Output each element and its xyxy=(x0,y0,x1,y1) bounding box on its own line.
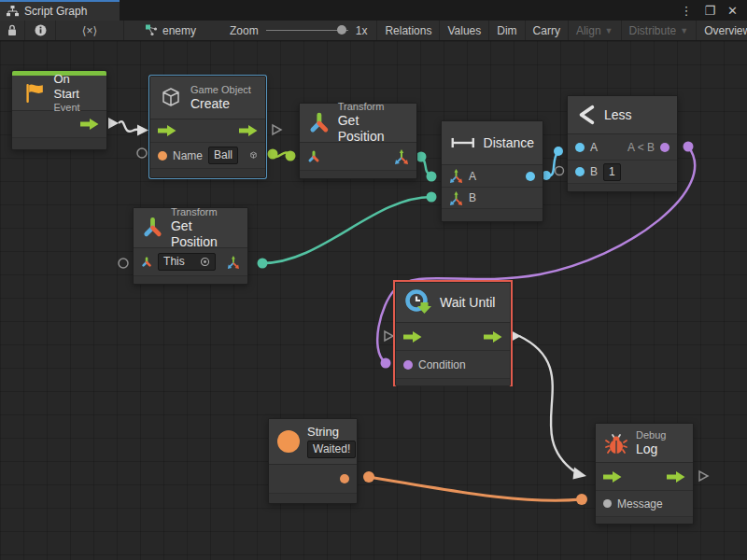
tab-script-graph[interactable]: Script Graph xyxy=(0,0,120,21)
game-object-output-icon[interactable] xyxy=(249,147,258,163)
node-footer xyxy=(150,169,265,177)
wire-endpoint xyxy=(576,494,587,505)
port-row xyxy=(396,323,510,351)
less-a-input-port[interactable] xyxy=(575,143,585,152)
object-picker-icon[interactable] xyxy=(200,257,210,267)
zoom-slider[interactable] xyxy=(266,30,348,31)
carry-button[interactable]: Carry xyxy=(526,21,569,40)
value-wire-getposition-distance-b[interactable] xyxy=(262,197,431,263)
graph-toolbar: ⟨×⟩ enemy Zoom 1x Relations Values Dim C… xyxy=(0,21,747,41)
values-button[interactable]: Values xyxy=(440,21,489,40)
transform-icon xyxy=(308,112,331,134)
graph-breadcrumb[interactable]: enemy xyxy=(134,21,207,40)
unconnected-flow-triangle[interactable] xyxy=(273,125,281,134)
vector-output-port[interactable] xyxy=(394,149,409,164)
node-distance[interactable]: Distance A B xyxy=(441,120,543,222)
relations-button[interactable]: Relations xyxy=(376,21,440,40)
flow-output-port[interactable] xyxy=(239,125,258,136)
port-row: B xyxy=(442,188,543,209)
name-value-field[interactable]: Ball xyxy=(208,147,238,164)
node-create-game-object[interactable]: Game Object Create Name Ball xyxy=(149,76,266,178)
unconnected-flow-triangle[interactable] xyxy=(385,331,393,341)
script-graph-icon xyxy=(7,6,19,17)
vector-input-port[interactable] xyxy=(449,169,463,183)
node-header: Wait Until xyxy=(396,283,510,323)
maximize-icon[interactable]: ❐ xyxy=(704,5,715,17)
flow-wire-wait-debug[interactable] xyxy=(519,336,574,471)
code-icon: ⟨×⟩ xyxy=(82,24,97,37)
result-label: A < B xyxy=(627,141,655,154)
node-category: Transform xyxy=(171,206,239,218)
transform-input-port[interactable] xyxy=(141,256,152,269)
node-footer xyxy=(300,171,416,178)
distance-output-port[interactable] xyxy=(526,172,535,181)
port-label: Message xyxy=(617,497,663,511)
node-wait-until[interactable]: Wait Until Condition xyxy=(395,282,511,386)
node-get-position-top[interactable]: Transform Get Position xyxy=(299,103,417,179)
close-icon[interactable]: ✕ xyxy=(727,5,738,17)
string-output-port[interactable] xyxy=(340,474,349,483)
node-get-position-bottom[interactable]: Transform Get Position This xyxy=(133,207,248,285)
node-title: Get Position xyxy=(338,113,408,145)
b-value-field[interactable]: 1 xyxy=(603,163,621,181)
flow-output-port[interactable] xyxy=(667,471,685,483)
node-on-start[interactable]: On Start Event xyxy=(11,70,107,150)
vector-input-port[interactable] xyxy=(449,191,463,205)
node-debug-log[interactable]: Debug Log Message xyxy=(595,423,694,525)
transform-input-port[interactable] xyxy=(307,150,320,163)
node-footer xyxy=(442,209,543,221)
overview-button[interactable]: Overview xyxy=(697,21,747,40)
node-footer xyxy=(568,184,677,191)
node-footer xyxy=(269,494,357,503)
dim-button[interactable]: Dim xyxy=(489,21,525,40)
more-menu-icon[interactable]: ⋮ xyxy=(680,5,692,17)
value-wire-string-debug[interactable] xyxy=(369,477,582,500)
port-row: Condition xyxy=(396,351,510,379)
value-inspector-button[interactable]: ⟨×⟩ xyxy=(56,21,124,40)
wire-endpoint xyxy=(416,152,427,162)
flow-output-port[interactable] xyxy=(484,331,502,343)
node-header: Game Object Create xyxy=(150,77,265,119)
string-value-field[interactable]: Waited! xyxy=(307,441,356,458)
flow-input-port[interactable] xyxy=(603,471,622,483)
unconnected-flow-triangle[interactable] xyxy=(699,471,708,481)
flow-output-port[interactable] xyxy=(80,119,99,130)
bug-icon xyxy=(604,431,628,455)
wire-endpoint xyxy=(427,192,437,203)
less-than-icon xyxy=(576,103,597,127)
tab-bar: Script Graph ⋮ ❐ ✕ xyxy=(0,0,747,21)
name-input-port[interactable] xyxy=(158,151,167,161)
node-header: On Start Event xyxy=(12,76,106,111)
port-row xyxy=(12,111,106,138)
node-header: Transform Get Position xyxy=(134,208,247,248)
flow-input-port[interactable] xyxy=(158,125,176,136)
zoom-slider-handle[interactable] xyxy=(337,25,346,35)
flow-wire-end-arrow xyxy=(137,125,148,136)
zoom-control: Zoom 1x xyxy=(207,21,376,40)
unconnected-input-ring[interactable] xyxy=(119,259,128,268)
distance-icon xyxy=(450,136,476,149)
align-button[interactable]: Align▼ xyxy=(569,21,622,40)
condition-input-port[interactable] xyxy=(403,360,413,370)
distribute-button[interactable]: Distribute▼ xyxy=(622,21,698,40)
flow-wire-start-arrow xyxy=(108,118,119,129)
node-header: Debug Log xyxy=(596,424,693,463)
node-title: Distance xyxy=(484,135,534,150)
node-string-literal[interactable]: String Waited! xyxy=(268,418,358,504)
flow-input-port[interactable] xyxy=(403,331,422,343)
unconnected-input-ring[interactable] xyxy=(556,167,564,175)
vector-output-port[interactable] xyxy=(227,255,240,270)
flow-wire-onstart-create[interactable] xyxy=(119,121,139,132)
port-row: A xyxy=(442,165,543,188)
less-result-output-port[interactable] xyxy=(660,143,669,152)
zoom-label: Zoom xyxy=(230,24,259,37)
less-b-input-port[interactable] xyxy=(575,167,585,176)
target-field[interactable]: This xyxy=(158,253,216,271)
lock-button[interactable] xyxy=(0,21,25,40)
graph-canvas[interactable]: On Start Event Game Object Create xyxy=(0,41,747,560)
unconnected-input-ring[interactable] xyxy=(137,148,147,158)
graph-name: enemy xyxy=(162,24,196,37)
node-less[interactable]: Less A A < B B 1 xyxy=(567,95,678,192)
info-button[interactable] xyxy=(25,21,56,40)
message-input-port[interactable] xyxy=(603,499,612,508)
